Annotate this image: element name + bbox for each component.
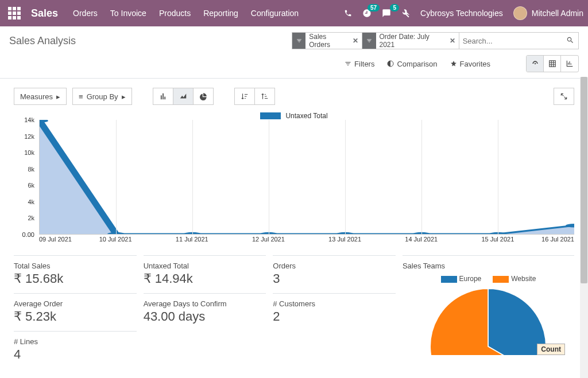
chat-badge: 5 <box>390 4 399 11</box>
kpi-customers: # Customers 2 <box>273 293 396 331</box>
groupby-button[interactable]: ≡ Group By ▸ <box>72 88 132 105</box>
area-chart-container: Untaxed Total 14k12k10k8k6k4k2k0.00 09 J… <box>14 112 574 246</box>
search-icon[interactable] <box>563 36 578 46</box>
pie-chart <box>428 286 548 355</box>
pie-tooltip: Count <box>537 344 565 355</box>
page-title: Sales Analysis <box>9 35 76 47</box>
svg-rect-1 <box>549 61 555 67</box>
nav-link-orders[interactable]: Orders <box>73 9 98 18</box>
nav-link-configuration[interactable]: Configuration <box>251 9 299 18</box>
view-pivot-button[interactable] <box>544 56 561 72</box>
chart-type-group <box>153 88 214 105</box>
nav-links: Orders To Invoice Products Reporting Con… <box>73 9 299 18</box>
y-axis: 14k12k10k8k6k4k2k0.00 <box>16 120 37 235</box>
company-name[interactable]: Cybrosys Technologies <box>420 9 503 18</box>
app-brand[interactable]: Sales <box>31 7 58 20</box>
kpi-orders: Orders 3 <box>273 255 396 293</box>
control-panel: Sales Analysis Sales Orders ✕ Order Date… <box>0 26 588 79</box>
legend-label: Untaxed Total <box>285 112 327 120</box>
user-menu[interactable]: Mitchell Admin <box>513 6 583 20</box>
nav-link-products[interactable]: Products <box>159 9 191 18</box>
search-input[interactable] <box>459 37 563 45</box>
kpi-row: Total Sales ₹ 15.68k Average Order ₹ 5.2… <box>14 255 574 369</box>
caret-right-icon: ▸ <box>122 92 126 101</box>
timer-icon[interactable]: 57 <box>362 9 372 18</box>
user-name: Mitchell Admin <box>532 9 583 18</box>
kpi-lines: # Lines 4 <box>14 331 137 369</box>
nav-link-to-invoice[interactable]: To Invoice <box>110 9 146 18</box>
legend-europe: Europe <box>441 275 482 283</box>
x-axis: 09 Jul 202110 Jul 202111 Jul 202112 Jul … <box>39 236 574 246</box>
content-area: Measures ▸ ≡ Group By ▸ Untaxed Total 14… <box>0 79 588 378</box>
list-icon: ≡ <box>79 92 83 101</box>
nav-link-reporting[interactable]: Reporting <box>203 9 238 18</box>
tools-icon[interactable] <box>401 9 410 18</box>
sales-teams-panel: Sales Teams Europe Website Count <box>403 255 574 369</box>
comparison-button[interactable]: Comparison <box>387 60 437 68</box>
avatar <box>513 6 527 20</box>
plot-area <box>39 120 574 235</box>
apps-menu-icon[interactable] <box>8 7 21 20</box>
pie-chart-button[interactable] <box>193 88 214 105</box>
facet-close-icon[interactable]: ✕ <box>351 37 362 45</box>
scrollbar-thumb[interactable] <box>581 77 587 283</box>
legend-website: Website <box>493 275 536 283</box>
legend-swatch <box>260 112 281 119</box>
caret-right-icon: ▸ <box>56 92 60 101</box>
facet-order-date: Order Date: July 2021 ✕ <box>362 33 459 49</box>
teams-title: Sales Teams <box>403 255 574 272</box>
bar-chart-button[interactable] <box>153 88 173 105</box>
svg-point-6 <box>40 120 48 123</box>
scrollbar[interactable] <box>580 77 588 378</box>
favorites-button[interactable]: Favorites <box>450 60 490 68</box>
facet-sales-orders: Sales Orders ✕ <box>292 33 362 49</box>
graph-toolbar: Measures ▸ ≡ Group By ▸ <box>14 88 574 105</box>
search-bar: Sales Orders ✕ Order Date: July 2021 ✕ <box>292 32 579 49</box>
facet-close-icon[interactable]: ✕ <box>448 37 459 45</box>
nav-right: 57 5 Cybrosys Technologies Mitchell Admi… <box>344 6 583 20</box>
pie-legend: Europe Website <box>403 275 574 283</box>
sort-asc-button[interactable] <box>254 88 275 105</box>
facet-label: Order Date: July 2021 <box>376 33 448 49</box>
sort-group <box>234 88 275 105</box>
measures-button[interactable]: Measures ▸ <box>14 88 67 105</box>
line-chart-button[interactable] <box>173 88 193 105</box>
view-dashboard-button[interactable] <box>527 56 544 72</box>
kpi-untaxed-total: Untaxed Total ₹ 14.94k <box>144 255 266 293</box>
phone-icon[interactable] <box>344 9 352 17</box>
kpi-average-order: Average Order ₹ 5.23k <box>14 293 137 331</box>
kpi-avg-days: Average Days to Confirm 43.00 days <box>144 293 266 331</box>
kpi-total-sales: Total Sales ₹ 15.68k <box>14 255 137 293</box>
view-switcher <box>526 55 579 72</box>
view-graph-button[interactable] <box>561 56 578 72</box>
area-chart: 14k12k10k8k6k4k2k0.00 09 Jul 202110 Jul … <box>16 120 574 246</box>
filter-icon <box>292 33 305 49</box>
top-navbar: Sales Orders To Invoice Products Reporti… <box>0 0 588 26</box>
facet-label: Sales Orders <box>305 33 351 49</box>
expand-button[interactable] <box>554 88 574 105</box>
chart-legend: Untaxed Total <box>14 112 574 120</box>
sort-desc-button[interactable] <box>234 88 254 105</box>
chat-icon[interactable]: 5 <box>382 9 391 18</box>
filters-button[interactable]: Filters <box>345 60 374 68</box>
filter-icon <box>362 33 376 49</box>
timer-badge: 57 <box>368 4 380 11</box>
